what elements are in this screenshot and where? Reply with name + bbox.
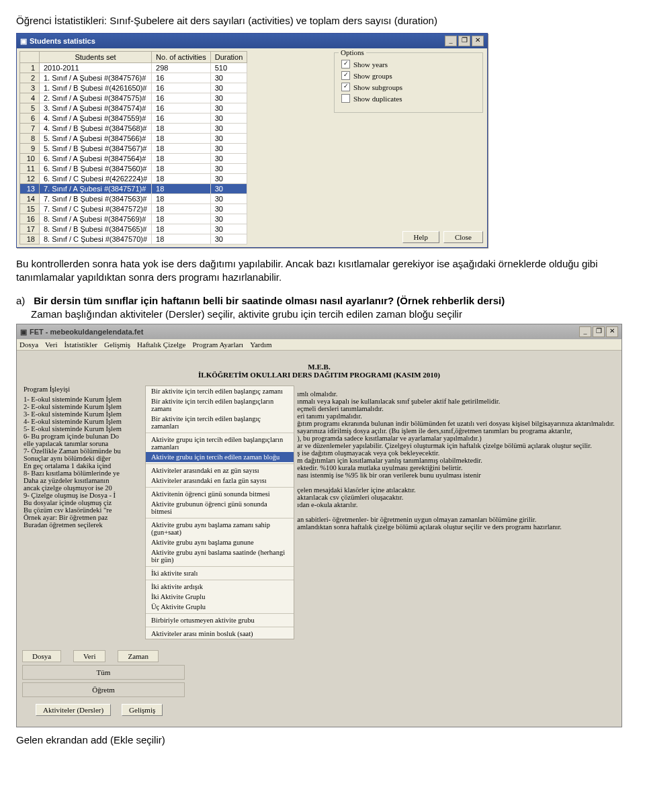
list-a-bold: Bir dersin tüm sınıflar için haftanın be… bbox=[34, 295, 505, 306]
menu-veri[interactable]: Veri bbox=[45, 341, 57, 349]
meb-title: M.E.B. bbox=[17, 363, 621, 371]
table-row[interactable]: 21. Sınıf / A Şubesi #(3847576)#1630 bbox=[20, 73, 247, 83]
table-row[interactable]: 147. Sınıf / B Şubesi #(3847563)#1830 bbox=[20, 194, 247, 204]
menu-yardım[interactable]: Yardım bbox=[250, 341, 272, 349]
table-row[interactable]: 74. Sınıf / B Şubesi #(3847568)#1830 bbox=[20, 124, 247, 134]
dropdown-item[interactable]: Aktivite grubu aynı başlama gunune bbox=[146, 537, 294, 547]
list-a-rest: Zaman başlığından aktiviteler (Dersler) … bbox=[31, 308, 462, 320]
table-row[interactable]: 168. Sınıf / A Şubesi #(3847569)#1830 bbox=[20, 214, 247, 224]
dropdown-item[interactable]: Aktivite grubu için tercih edilen zaman … bbox=[146, 452, 294, 462]
left-text: Program İşleyişi1- E-okul sisteminde Kur… bbox=[24, 383, 145, 639]
button-aktiviteler-dersler-[interactable]: Aktiviteler (Dersler) bbox=[36, 704, 111, 716]
table-row[interactable]: 116. Sınıf / B Şubesi #(3847560)#1830 bbox=[20, 164, 247, 174]
right-text: ımlı olmalıdır.ınmalı veya kapalı ise ku… bbox=[294, 383, 615, 639]
maximize-button[interactable]: ❐ bbox=[593, 326, 605, 337]
bottom-caption: Gelen ekrandan add (Ekle seçilir) bbox=[16, 734, 629, 746]
dropdown-item[interactable]: Aktivite grubu aynı başlama zamanı sahip… bbox=[146, 520, 294, 537]
doc-title: Öğrenci İstatistikleri: Sınıf-Şubelere a… bbox=[16, 15, 629, 26]
table-row[interactable]: 64. Sınıf / A Şubesi #(3847559)#1630 bbox=[20, 114, 247, 124]
stats-table[interactable]: Students setNo. of activitiesDuration120… bbox=[19, 51, 247, 244]
options-box: Options ✓Show years✓Show groups✓Show sub… bbox=[334, 52, 483, 113]
table-row[interactable]: 12010-2011298510 bbox=[20, 63, 247, 73]
menubar[interactable]: DosyaVeriİstatistiklerGelişmişHaftalık Ç… bbox=[17, 339, 621, 351]
zaman-dropdown[interactable]: Bir aktivite için tercih edilen başlangı… bbox=[145, 386, 294, 639]
table-row[interactable]: 126. Sınıf / C Şubesi #(4262224)#1830 bbox=[20, 174, 247, 184]
options-legend: Options bbox=[339, 48, 366, 56]
table-row[interactable]: 106. Sınıf / A Şubesi #(3847564)#1830 bbox=[20, 154, 247, 164]
checkbox-show-subgroups[interactable]: ✓Show subgroups bbox=[341, 83, 476, 91]
dropdown-item[interactable]: Aktivite grupu için tercih edilen başlan… bbox=[146, 435, 294, 452]
menu-haftalık çizelge[interactable]: Haftalık Çizelge bbox=[137, 341, 185, 349]
tab-veri[interactable]: Veri bbox=[73, 650, 105, 662]
table-row[interactable]: 31. Sınıf / B Şubesi #(4261650)#1630 bbox=[20, 83, 247, 93]
checkbox-show-groups[interactable]: ✓Show groups bbox=[341, 71, 476, 80]
field-box[interactable]: Öğretm bbox=[22, 682, 185, 697]
menu-program ayarları[interactable]: Program Ayarları bbox=[192, 341, 243, 349]
fet-titlebar: ▣ FET - mebeokuldangelendata.fet _ ❐ ✕ bbox=[17, 324, 621, 339]
table-row[interactable]: 42. Sınıf / A Şubesi #(3847575)#1630 bbox=[20, 93, 247, 103]
minimize-button[interactable]: _ bbox=[445, 36, 457, 46]
checkbox-show-duplicates[interactable]: Show duplicates bbox=[341, 94, 476, 103]
fet-window-title: FET - mebeokuldangelendata.fet bbox=[30, 328, 143, 336]
menu-gelişmiş[interactable]: Gelişmiş bbox=[104, 341, 130, 349]
dropdown-item[interactable]: İki Aktivite Gruplu bbox=[146, 592, 294, 602]
students-statistics-window: ▣ Students statistics _ ❐ ✕ Students set… bbox=[16, 33, 488, 248]
checkbox-show-years[interactable]: ✓Show years bbox=[341, 60, 476, 69]
dropdown-item[interactable]: Aktiviteler arasındaki en fazla gün sayı… bbox=[146, 476, 294, 486]
list-item-a: a) Bir dersin tüm sınıflar için haftanın… bbox=[31, 294, 629, 322]
dropdown-item[interactable]: Bir aktivite için tercih edilen başlangı… bbox=[146, 396, 294, 414]
table-row[interactable]: 53. Sınıf / A Şubesi #(3847574)#1630 bbox=[20, 103, 247, 114]
meb-subtitle: İLKÖĞRETİM OKULLARI DERS DAĞITIM PROGRAM… bbox=[17, 371, 621, 379]
help-button[interactable]: Help bbox=[402, 231, 439, 243]
menu-i̇statistikler[interactable]: İstatistikler bbox=[64, 341, 97, 349]
titlebar: ▣ Students statistics _ ❐ ✕ bbox=[17, 34, 487, 48]
paragraph-1: Bu kontrollerden sonra hata yok ise ders… bbox=[16, 257, 629, 285]
table-row[interactable]: 157. Sınıf / C Şubesi #(3847572)#1830 bbox=[20, 204, 247, 214]
dropdown-item[interactable]: İki aktivite ardışık bbox=[146, 582, 294, 592]
maximize-button[interactable]: ❐ bbox=[458, 36, 470, 46]
dropdown-item[interactable]: Aktivitenin öğrenci günü sonunda bitmesi bbox=[146, 489, 294, 499]
table-row[interactable]: 95. Sınıf / B Şubesi #(3847567)#1830 bbox=[20, 144, 247, 154]
app-icon: ▣ bbox=[20, 37, 27, 46]
dropdown-item[interactable]: Üç Aktivite Gruplu bbox=[146, 602, 294, 612]
app-icon: ▣ bbox=[20, 328, 27, 336]
button-geli-mi-[interactable]: Gelişmiş bbox=[122, 704, 163, 716]
dropdown-item[interactable]: Bir aktivite için tercih edilen başlangı… bbox=[146, 386, 294, 396]
table-row[interactable]: 137. Sınıf / A Şubesi #(3847571)#1830 bbox=[20, 184, 247, 194]
table-row[interactable]: 188. Sınıf / C Şubesi #(3847570)#1830 bbox=[20, 234, 247, 244]
field-box[interactable]: Tüm bbox=[22, 665, 185, 680]
tab-dosya[interactable]: Dosya bbox=[22, 650, 61, 662]
lower-tab-row: DosyaVeriZaman bbox=[22, 650, 621, 662]
list-label-a: a) bbox=[16, 294, 31, 308]
dropdown-item[interactable]: Bir aktivite için tercih edilen başlangı… bbox=[146, 414, 294, 431]
fet-window: ▣ FET - mebeokuldangelendata.fet _ ❐ ✕ D… bbox=[16, 324, 622, 727]
window-title: Students statistics bbox=[30, 37, 95, 45]
dropdown-item[interactable]: İki aktivite sıralı bbox=[146, 568, 294, 578]
dropdown-item[interactable]: Aktivite grubunun öğrenci günü sonunda b… bbox=[146, 499, 294, 516]
dropdown-item[interactable]: Aktiviteler arasındaki en az gün sayısı bbox=[146, 465, 294, 476]
dropdown-item[interactable]: Aktivite grubu ayni baslama saatinde (he… bbox=[146, 547, 294, 565]
dropdown-item[interactable]: Birbiriyle ortusmeyen aktivite grubu bbox=[146, 615, 294, 625]
close-button[interactable]: ✕ bbox=[606, 326, 618, 337]
table-row[interactable]: 178. Sınıf / B Şubesi #(3847565)#1830 bbox=[20, 224, 247, 234]
tab-zaman[interactable]: Zaman bbox=[118, 650, 159, 662]
table-row[interactable]: 85. Sınıf / A Şubesi #(3847566)#1830 bbox=[20, 134, 247, 144]
dropdown-item[interactable]: Aktiviteler arası minin bosluk (saat) bbox=[146, 629, 294, 639]
action-buttons: Aktiviteler (Dersler)Gelişmiş bbox=[36, 704, 621, 716]
menu-dosya[interactable]: Dosya bbox=[19, 341, 38, 349]
close-button[interactable]: ✕ bbox=[472, 36, 484, 46]
minimize-button[interactable]: _ bbox=[579, 326, 591, 337]
close-button-footer[interactable]: Close bbox=[443, 231, 483, 243]
